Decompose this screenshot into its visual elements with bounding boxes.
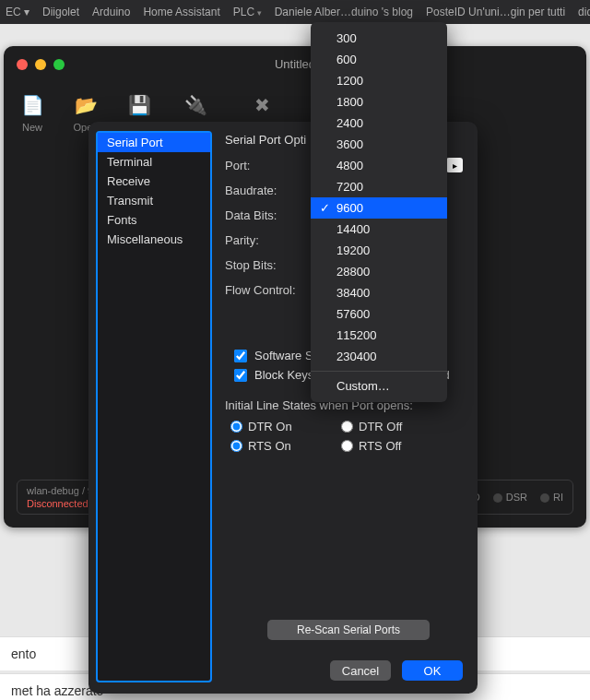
- baudrate-option-1200[interactable]: 1200: [311, 70, 447, 91]
- baudrate-option-57600[interactable]: 57600: [311, 303, 447, 325]
- disconnect-icon: ✖: [246, 92, 277, 118]
- baudrate-option-28800[interactable]: 28800: [311, 261, 447, 282]
- status-led-ri: RI: [540, 492, 563, 503]
- status-connection: wlan-debug / 9: [27, 485, 93, 496]
- bookmark-folder-plc[interactable]: PLC: [233, 6, 262, 18]
- baudrate-option-2400[interactable]: 2400: [311, 113, 447, 134]
- dropdown-separator: [311, 371, 447, 372]
- cancel-button[interactable]: Cancel: [330, 660, 391, 681]
- baud-label: Baudrate:: [225, 184, 304, 197]
- bookmark-item[interactable]: PosteID Un'uni…gin per tutti: [426, 6, 565, 18]
- rescan-button[interactable]: Re-Scan Serial Ports: [267, 620, 430, 640]
- bookmark-item[interactable]: didatt: [578, 6, 590, 18]
- bookmark-item[interactable]: Daniele Alber…duino 's blog: [275, 6, 413, 18]
- sidebar-list: Serial PortTerminalReceiveTransmitFontsM…: [96, 131, 212, 682]
- bookmark-item[interactable]: Arduino: [92, 6, 130, 18]
- port-label: Port:: [225, 159, 304, 172]
- sidebar-item-receive[interactable]: Receive: [98, 172, 210, 191]
- baudrate-option-19200[interactable]: 19200: [311, 240, 447, 261]
- baudrate-option-300[interactable]: 300: [311, 28, 447, 49]
- ok-button[interactable]: OK: [402, 660, 463, 681]
- baudrate-option-4800[interactable]: 4800: [311, 155, 447, 176]
- baudrate-option-3600[interactable]: 3600: [311, 134, 447, 155]
- baudrate-option-230400[interactable]: 230400: [311, 346, 447, 367]
- sidebar-item-terminal[interactable]: Terminal: [98, 152, 210, 172]
- toolbar-new-button[interactable]: 📄New: [17, 92, 48, 133]
- baudrate-dropdown: 3006001200180024003600480072009600144001…: [311, 22, 447, 402]
- block-checkbox[interactable]: [234, 369, 247, 382]
- sidebar-item-transmit[interactable]: Transmit: [98, 191, 210, 210]
- window-title: Untitled: [4, 57, 586, 71]
- dtr-on-radio[interactable]: [230, 421, 242, 433]
- sidebar-item-miscellaneous[interactable]: Miscellaneous: [98, 230, 210, 249]
- dtr-off-radio[interactable]: [341, 421, 353, 433]
- stopbits-label: Stop Bits:: [225, 258, 304, 272]
- baudrate-option-custom[interactable]: Custom…: [311, 375, 447, 397]
- baudrate-option-9600[interactable]: 9600: [311, 197, 447, 219]
- rts-on-label: RTS On: [248, 439, 291, 453]
- baudrate-option-14400[interactable]: 14400: [311, 219, 447, 240]
- sheet-sidebar: Serial PortTerminalReceiveTransmitFontsM…: [88, 122, 219, 694]
- sidebar-item-serial-port[interactable]: Serial Port: [98, 133, 210, 152]
- parity-label: Parity:: [225, 233, 304, 247]
- bookmark-item[interactable]: EC ▾: [6, 6, 30, 18]
- baudrate-option-115200[interactable]: 115200: [311, 325, 447, 346]
- baudrate-option-1800[interactable]: 1800: [311, 91, 447, 113]
- new-icon: 📄: [17, 92, 48, 118]
- sidebar-item-fonts[interactable]: Fonts: [98, 210, 210, 230]
- port-stepper[interactable]: ▸: [446, 158, 463, 172]
- baudrate-option-7200[interactable]: 7200: [311, 176, 447, 197]
- open-icon: 📂: [70, 92, 101, 118]
- flow-label: Flow Control:: [225, 283, 304, 297]
- software-checkbox[interactable]: [234, 350, 247, 362]
- databits-label: Data Bits:: [225, 208, 304, 222]
- dtr-on-label: DTR On: [248, 420, 292, 433]
- baudrate-option-38400[interactable]: 38400: [311, 282, 447, 303]
- status-led-dsr: DSR: [493, 492, 527, 503]
- connect-icon: 🔌: [180, 92, 211, 118]
- rts-off-radio[interactable]: [341, 440, 353, 452]
- dtr-off-label: DTR Off: [359, 420, 402, 433]
- toolbar-label: New: [22, 122, 42, 133]
- status-state: Disconnected: [27, 498, 93, 509]
- rts-on-radio[interactable]: [230, 440, 242, 452]
- bookmark-item[interactable]: Diigolet: [42, 6, 79, 18]
- save-icon: 💾: [124, 92, 155, 118]
- bookmarks-bar: EC ▾ Diigolet Arduino Home Assistant PLC…: [0, 0, 590, 24]
- bookmark-item[interactable]: Home Assistant: [143, 6, 219, 18]
- baudrate-option-600[interactable]: 600: [311, 49, 447, 70]
- rts-off-label: RTS Off: [359, 439, 401, 453]
